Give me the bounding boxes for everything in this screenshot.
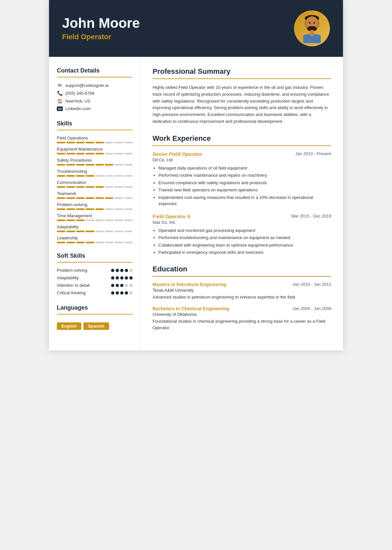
skill-item: Safety Procedures <box>57 158 133 166</box>
candidate-title: Field Operator <box>62 33 140 41</box>
skill-bar-filled <box>76 142 85 143</box>
skill-name: Adaptability <box>57 224 133 229</box>
job-bullet: Implemented cost-saving measures that re… <box>158 194 331 207</box>
skill-bar-empty <box>105 175 113 177</box>
skill-bar-filled <box>57 242 65 243</box>
resume-body: Contact Details ✉ support@cvdesigner.ai … <box>49 57 343 350</box>
soft-skill-dots <box>111 269 133 272</box>
skill-bar-filled <box>66 197 75 199</box>
skill-bars <box>57 208 133 210</box>
contact-linkedin: in LinkedIn.com <box>57 106 133 111</box>
language-badge: English <box>57 322 81 330</box>
dot-filled <box>111 291 114 295</box>
skill-bar-empty <box>114 197 123 199</box>
skill-bar-filled <box>95 186 104 188</box>
skills-list: Field OperationsEquipment MaintenanceSaf… <box>57 136 133 243</box>
skill-bar-filled <box>66 153 75 154</box>
skill-name: Troubleshooting <box>57 169 133 174</box>
skill-bar-empty <box>95 219 104 221</box>
contact-section: Contact Details ✉ support@cvdesigner.ai … <box>57 67 133 111</box>
skill-name: Teamwork <box>57 191 133 196</box>
skill-bar-empty <box>124 197 133 199</box>
soft-skills-list: Problem-solvingAdaptabilityAttention to … <box>57 268 133 295</box>
skills-section: Skills Field OperationsEquipment Mainten… <box>57 120 133 243</box>
skill-bar-filled <box>57 219 65 221</box>
skill-item: Leadership <box>57 235 133 243</box>
soft-skill-name: Adaptability <box>57 275 79 280</box>
skill-name: Problem-solving <box>57 202 133 207</box>
skill-bar-empty <box>124 175 133 177</box>
skill-bar-filled <box>66 219 75 221</box>
dot-filled <box>125 291 128 295</box>
job-bullet: Performed troubleshooting and maintenanc… <box>158 235 331 241</box>
skill-bars <box>57 186 133 188</box>
skill-bars <box>57 164 133 166</box>
education-divider <box>153 276 331 277</box>
skill-bar-filled <box>95 197 104 199</box>
soft-skill-item: Critical thinking <box>57 290 133 295</box>
skill-bar-filled <box>86 175 94 177</box>
dot-filled <box>116 269 119 272</box>
skill-bar-empty <box>124 142 133 143</box>
skill-bars <box>57 142 133 143</box>
dot-filled <box>125 276 128 280</box>
job-title: Field Operator II <box>153 214 190 219</box>
soft-skill-name: Problem-solving <box>57 268 87 273</box>
skill-bar-filled <box>57 164 65 166</box>
job-title: Senior Field Operator <box>153 151 203 157</box>
phone-value: (555) 345-6789 <box>65 91 94 96</box>
dot-filled <box>129 276 133 280</box>
skill-bars <box>57 231 133 232</box>
dot-filled <box>116 291 119 295</box>
dot-empty <box>129 284 133 287</box>
skill-bar-empty <box>114 153 123 154</box>
skill-bar-filled <box>86 186 94 188</box>
summary-divider <box>153 78 331 79</box>
skill-bar-filled <box>76 164 85 166</box>
skill-bar-filled <box>76 197 85 199</box>
education-description: Advanced studies in petroleum engineerin… <box>153 294 331 300</box>
skill-bar-filled <box>76 153 85 154</box>
resume-header: John Moore Field Operator <box>49 0 343 57</box>
skill-bar-filled <box>95 153 104 154</box>
skill-bar-empty <box>114 175 123 177</box>
skill-bars <box>57 197 133 199</box>
skill-bar-filled <box>86 153 94 154</box>
dot-empty <box>129 269 133 272</box>
skill-name: Leadership <box>57 235 133 240</box>
job-bullets: Operated and monitored gas processing eq… <box>153 227 331 256</box>
job-bullet: Performed routine maintenance and repair… <box>158 172 331 179</box>
job-bullet: Ensured compliance with safety regulatio… <box>158 180 331 186</box>
education-degree: Bachelors in Chemical Engineering <box>153 306 229 311</box>
summary-section: Professional Summary Highly skilled Fiel… <box>153 67 331 125</box>
location-icon: 🏠 <box>57 98 63 104</box>
contact-list: ✉ support@cvdesigner.ai 📞 (555) 345-6789… <box>57 83 133 111</box>
dot-filled <box>116 284 119 287</box>
job-bullet: Participated in emergency response drill… <box>158 249 331 256</box>
job-item: Senior Field OperatorJan 2010 - PresentO… <box>153 151 331 207</box>
phone-icon: 📞 <box>57 90 63 96</box>
skill-item: Problem-solving <box>57 202 133 210</box>
skill-bar-filled <box>57 142 65 143</box>
languages-divider <box>57 314 133 315</box>
skill-bar-filled <box>86 197 94 199</box>
language-badge: Spanish <box>83 322 109 330</box>
skill-item: Adaptability <box>57 224 133 232</box>
linkedin-value: LinkedIn.com <box>65 106 90 111</box>
skill-bar-filled <box>57 197 65 199</box>
skill-bar-empty <box>124 153 133 154</box>
svg-rect-8 <box>310 30 314 36</box>
skill-bar-filled <box>57 208 65 210</box>
skill-bar-empty <box>86 219 94 221</box>
education-school: University of Oklahoma <box>153 312 331 317</box>
svg-point-5 <box>314 22 315 24</box>
skill-item: Equipment Maintenance <box>57 147 133 154</box>
candidate-name: John Moore <box>62 16 140 31</box>
contact-divider <box>57 77 133 77</box>
header-text: John Moore Field Operator <box>62 16 140 41</box>
education-title: Education <box>153 265 331 273</box>
job-item: Field Operator IIMar 2015 - Dec 2018Gas … <box>153 214 331 256</box>
languages-list: EnglishSpanish <box>57 320 133 330</box>
skill-bar-empty <box>124 219 133 221</box>
skill-bar-empty <box>114 208 123 210</box>
